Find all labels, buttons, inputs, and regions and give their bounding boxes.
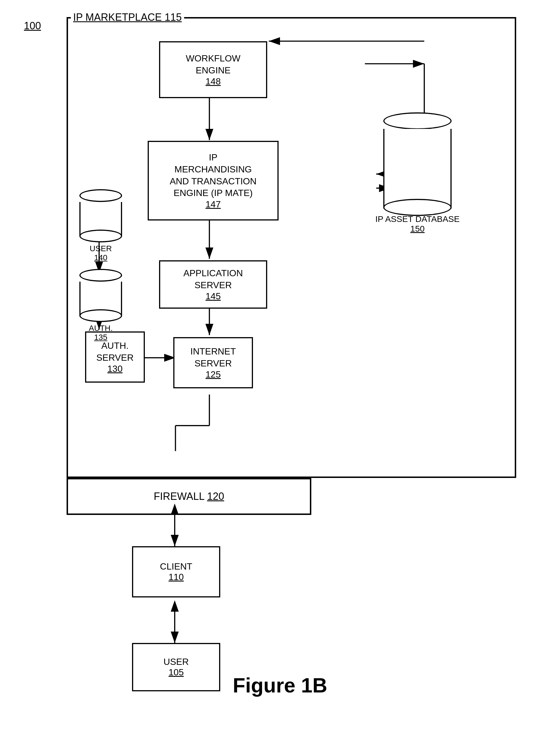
marketplace-box: IP MARKETPLACE 115 <box>67 17 516 478</box>
cylinder-body <box>383 129 452 209</box>
user-140-label: USER <box>90 244 112 253</box>
internet-server-ref: 125 <box>205 369 221 380</box>
internet-server-label: INTERNETSERVER <box>190 346 236 369</box>
user-140-ref: 140 <box>90 253 112 262</box>
user-140-top <box>79 189 122 202</box>
application-server-box: APPLICATIONSERVER 145 <box>159 260 267 309</box>
workflow-engine-label: WORKFLOWENGINE <box>186 53 240 76</box>
firewall-label: FIREWALL 120 <box>154 490 224 502</box>
figure-label: Figure 1B <box>233 674 327 697</box>
diagram-area: 100 IP MARKETPLACE 115 <box>24 17 536 706</box>
user-140-body <box>79 202 122 236</box>
client-ref: 110 <box>168 572 184 582</box>
auth-server-ref: 130 <box>107 364 122 374</box>
auth-135: AUTH. 135 <box>79 269 122 342</box>
auth-server-label: AUTH.SERVER <box>96 340 133 364</box>
auth-135-bottom <box>79 309 122 322</box>
marketplace-label: IP MARKETPLACE 115 <box>71 11 184 23</box>
ip-asset-db: IP ASSET DATABASE 150 <box>375 112 460 234</box>
client-label: CLIENT <box>160 561 192 572</box>
application-server-ref: 145 <box>205 291 221 302</box>
auth-135-body <box>79 282 122 316</box>
marketplace-ref: 115 <box>164 11 182 23</box>
auth-135-top <box>79 269 122 282</box>
user-140: USER 140 <box>79 189 122 262</box>
workflow-engine-ref: 148 <box>205 76 221 87</box>
arrows-svg-inside <box>68 19 515 476</box>
ipmate-ref: 147 <box>205 199 221 210</box>
ref-100-label: 100 <box>24 20 41 32</box>
marketplace-text: IP MARKETPLACE 115 <box>73 11 182 23</box>
ip-asset-db-ref: 150 <box>375 224 460 234</box>
auth-135-label: AUTH. <box>89 324 113 333</box>
auth-135-ref: 135 <box>89 333 113 342</box>
ipmate-label: IPMERCHANDISINGAND TRANSACTIONENGINE (IP… <box>170 152 256 199</box>
internet-server-box: INTERNETSERVER 125 <box>173 337 253 388</box>
page: 100 IP MARKETPLACE 115 <box>0 0 560 730</box>
ipmate-box: IPMERCHANDISINGAND TRANSACTIONENGINE (IP… <box>148 141 279 221</box>
user-105-label: USER <box>164 657 189 667</box>
application-server-label: APPLICATIONSERVER <box>183 268 243 291</box>
workflow-engine-box: WORKFLOWENGINE 148 <box>159 41 267 98</box>
user-105-ref: 105 <box>168 667 184 678</box>
user-140-bottom <box>79 230 122 242</box>
cylinder-bottom-arc <box>383 199 452 216</box>
cylinder-top <box>383 112 452 130</box>
client-box: CLIENT 110 <box>132 546 220 597</box>
firewall-box: FIREWALL 120 <box>67 478 311 515</box>
user-105-box: USER 105 <box>132 643 220 691</box>
firewall-ref: 120 <box>207 490 224 502</box>
